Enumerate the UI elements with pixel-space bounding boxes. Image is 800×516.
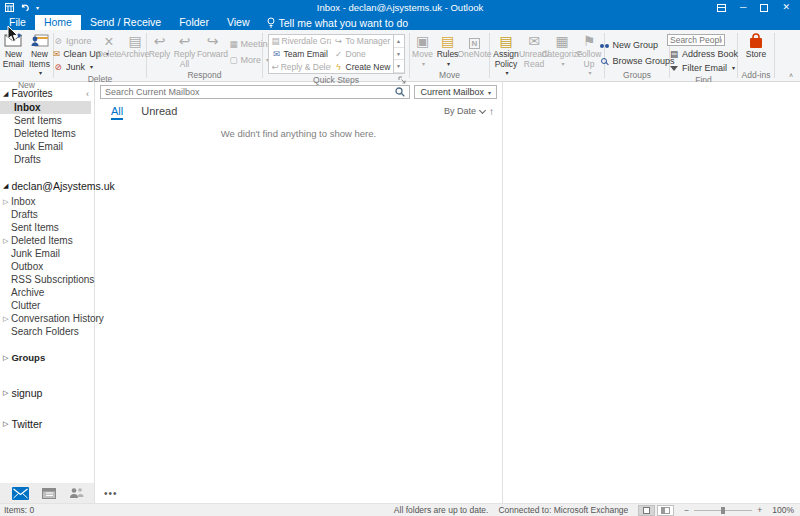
gallery-scroll-up-icon[interactable]: ▲ [394, 35, 404, 48]
quick-step-done[interactable]: Done [331, 48, 393, 61]
forward-button[interactable]: Forward [198, 31, 228, 60]
reply-button[interactable]: Reply [148, 31, 172, 60]
quick-step-riverdale-grange[interactable]: Riverdale Grange [269, 35, 331, 48]
app-icon[interactable] [5, 2, 14, 13]
meeting-button[interactable]: Meeting [228, 37, 262, 50]
account-item-outbox[interactable]: Outbox [0, 260, 94, 273]
favorites-item-inbox[interactable]: Inbox [0, 101, 91, 114]
people-nav-button[interactable] [69, 487, 84, 499]
account-item-clutter[interactable]: Clutter [0, 299, 94, 312]
favorites-header[interactable]: ◢ Favorites ‹ [0, 86, 94, 101]
favorites-item-drafts[interactable]: Drafts [0, 153, 94, 166]
expanded-triangle-icon: ◢ [3, 182, 8, 190]
search-scope-dropdown[interactable]: Current Mailbox [414, 85, 497, 99]
delete-button[interactable]: Delete [97, 31, 121, 60]
tab-home[interactable]: Home [35, 15, 81, 30]
button-label: More [241, 55, 262, 65]
rules-icon [441, 33, 454, 50]
new-email-button[interactable]: New Email [1, 31, 27, 69]
search-input[interactable] [101, 87, 395, 97]
connection-status[interactable]: Connected to: Microsoft Exchange [498, 505, 628, 515]
address-book-button[interactable]: Address Book [667, 47, 740, 60]
tab-send-receive[interactable]: Send / Receive [81, 15, 170, 30]
customize-caret-icon[interactable]: ▾ [36, 4, 39, 11]
tell-me-box[interactable]: Tell me what you want to do [259, 15, 409, 30]
move-button[interactable]: Move [410, 31, 435, 69]
onenote-button[interactable]: N OneNote [460, 31, 489, 60]
button-label: Delete [97, 50, 122, 60]
ignore-button[interactable]: Ignore [51, 34, 97, 47]
button-label: New Group [612, 40, 658, 50]
browse-groups-button[interactable]: Browse Groups [597, 54, 676, 67]
account-header-twitter[interactable]: ▷ Twitter [0, 416, 94, 433]
zoom-track[interactable] [694, 510, 752, 511]
favorites-item-sent-items[interactable]: Sent Items [0, 114, 94, 127]
reply-all-button[interactable]: Reply All [172, 31, 198, 69]
store-button[interactable]: Store [741, 31, 771, 60]
quick-step-reply-delete[interactable]: Reply & Delete [269, 60, 331, 73]
folder-label: Search Folders [11, 326, 79, 337]
new-items-button[interactable]: New Items [27, 31, 53, 79]
gallery-scroll-down-icon[interactable]: ▼ [394, 48, 404, 61]
account-item-search-folders[interactable]: Search Folders [0, 325, 94, 338]
account-item-archive[interactable]: Archive [0, 286, 94, 299]
filter-tab-unread[interactable]: Unread [141, 105, 177, 117]
normal-view-button[interactable] [638, 505, 655, 516]
maximize-icon[interactable] [760, 4, 768, 12]
tab-file[interactable]: File [0, 15, 35, 30]
collapsed-triangle-icon[interactable]: ▷ [3, 237, 8, 245]
new-group-button[interactable]: New Group [597, 38, 676, 51]
minimize-icon[interactable]: ─ [740, 2, 746, 13]
account-item-deleted-items[interactable]: ▷ Deleted Items [0, 234, 94, 247]
account-header[interactable]: ◢ declan@Ajsystems.uk [0, 178, 94, 195]
sort-control[interactable]: By Date ↑ [444, 106, 494, 117]
account-header-signup[interactable]: ▷ signup [0, 385, 94, 402]
folder-label: Outbox [11, 261, 43, 272]
filter-email-button[interactable]: Filter Email [667, 61, 740, 74]
account-item-drafts[interactable]: Drafts [0, 208, 94, 221]
search-people-input[interactable] [667, 34, 725, 46]
magnifier-icon[interactable] [395, 87, 409, 97]
groups-section-header[interactable]: ▷ Groups [0, 352, 94, 363]
account-item-sent-items[interactable]: Sent Items [0, 221, 94, 234]
clean-up-button[interactable]: Clean Up [51, 47, 97, 60]
quick-step-team-email[interactable]: Team Email [269, 48, 331, 61]
zoom-in-icon[interactable]: + [757, 505, 762, 515]
archive-button[interactable]: Archive [121, 31, 149, 60]
account-item-conversation-history[interactable]: ▷ Conversation History [0, 312, 94, 325]
favorites-item-junk-email[interactable]: Junk Email [0, 140, 94, 153]
zoom-level[interactable]: 100% [772, 505, 794, 515]
reading-view-button[interactable] [657, 505, 674, 516]
collapsed-triangle-icon[interactable]: ▷ [3, 198, 8, 206]
filter-tab-all[interactable]: All [111, 105, 123, 117]
minimize-folder-pane-icon[interactable]: ‹ [86, 89, 92, 99]
rules-button[interactable]: Rules [435, 31, 460, 69]
quick-steps-dialog-launcher-icon[interactable] [398, 71, 407, 80]
zoom-thumb[interactable] [721, 507, 725, 514]
gallery-scrollbar[interactable]: ▲ ▼ ▼ [393, 35, 404, 73]
tab-view[interactable]: View [218, 15, 259, 30]
quick-step-create-new[interactable]: Create New [331, 60, 393, 73]
tab-folder[interactable]: Folder [170, 15, 218, 30]
more-nav-button[interactable]: ••• [94, 488, 118, 499]
close-icon[interactable]: ✕ [782, 2, 790, 13]
assign-policy-button[interactable]: Assign Policy [492, 31, 520, 79]
ribbon-display-options-icon[interactable] [717, 4, 726, 12]
collapse-ribbon-icon[interactable]: ˄ [789, 72, 793, 79]
sort-direction-up-icon[interactable]: ↑ [489, 106, 494, 117]
collapsed-triangle-icon[interactable]: ▷ [3, 315, 8, 323]
account-item-inbox[interactable]: ▷ Inbox [0, 195, 94, 208]
zoom-out-icon[interactable]: − [684, 505, 689, 515]
search-box[interactable] [100, 85, 410, 99]
address-book-icon [669, 49, 679, 59]
more-respond-button[interactable]: More [228, 53, 262, 66]
junk-button[interactable]: Junk [51, 60, 97, 73]
account-item-rss-subscriptions[interactable]: RSS Subscriptions [0, 273, 94, 286]
favorites-item-deleted-items[interactable]: Deleted Items [0, 127, 94, 140]
categorize-button[interactable]: Categorize [548, 31, 576, 69]
mail-nav-button[interactable] [12, 487, 29, 500]
account-item-junk-email[interactable]: Junk Email [0, 247, 94, 260]
undo-icon[interactable] [20, 2, 30, 13]
quick-step-to-manager[interactable]: To Manager [331, 35, 393, 48]
calendar-nav-button[interactable] [42, 487, 56, 499]
